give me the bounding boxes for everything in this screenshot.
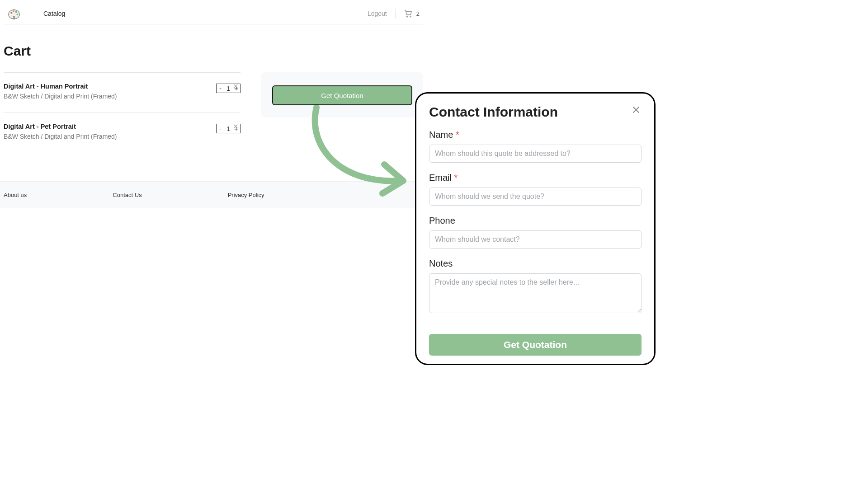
svg-point-4 bbox=[16, 14, 18, 15]
qty-value: 1 bbox=[224, 84, 232, 93]
qty-value: 1 bbox=[224, 124, 232, 133]
navbar: Catalog Logout 2 bbox=[4, 3, 423, 24]
name-input[interactable] bbox=[429, 145, 642, 163]
cart-link[interactable]: 2 bbox=[404, 9, 420, 18]
svg-point-3 bbox=[15, 11, 17, 13]
notes-label: Notes bbox=[429, 258, 642, 269]
item-info: Digital Art - Pet Portrait B&W Sketch / … bbox=[4, 123, 216, 140]
qty-decrease-button[interactable]: - bbox=[217, 84, 224, 93]
cart-icon bbox=[404, 9, 413, 18]
item-title: Digital Art - Pet Portrait bbox=[4, 123, 216, 130]
item-info: Digital Art - Human Portrait B&W Sketch … bbox=[4, 83, 216, 100]
remove-item-button[interactable]: ✕ bbox=[233, 123, 239, 130]
svg-point-5 bbox=[406, 16, 407, 17]
item-subtitle: B&W Sketch / Digital and Print (Framed) bbox=[4, 93, 216, 100]
required-marker: * bbox=[456, 130, 459, 140]
nav-catalog-link[interactable]: Catalog bbox=[43, 10, 65, 17]
svg-point-2 bbox=[13, 10, 14, 12]
nav-separator bbox=[395, 9, 396, 19]
logout-link[interactable]: Logout bbox=[368, 10, 387, 17]
footer-contact-link[interactable]: Contact Us bbox=[113, 192, 142, 198]
close-icon: ✕ bbox=[233, 82, 239, 90]
modal-title: Contact Information bbox=[429, 104, 558, 120]
cart-item: Digital Art - Pet Portrait B&W Sketch / … bbox=[4, 113, 241, 153]
item-subtitle: B&W Sketch / Digital and Print (Framed) bbox=[4, 133, 216, 140]
modal-close-button[interactable] bbox=[631, 104, 642, 117]
footer-privacy-link[interactable]: Privacy Policy bbox=[228, 192, 264, 198]
summary-box: Get Quotation bbox=[261, 72, 423, 117]
email-label: Email * bbox=[429, 173, 642, 183]
cart-item: Digital Art - Human Portrait B&W Sketch … bbox=[4, 73, 241, 113]
modal-header: Contact Information bbox=[429, 104, 642, 120]
nav-right: Logout 2 bbox=[368, 9, 420, 19]
name-label: Name * bbox=[429, 130, 642, 140]
remove-item-button[interactable]: ✕ bbox=[233, 83, 239, 89]
item-title: Digital Art - Human Portrait bbox=[4, 83, 216, 90]
svg-point-1 bbox=[10, 12, 12, 14]
footer: About us Contact Us Privacy Policy bbox=[0, 181, 423, 208]
cart-list: Digital Art - Human Portrait B&W Sketch … bbox=[4, 72, 241, 153]
phone-input[interactable] bbox=[429, 230, 642, 249]
footer-about-link[interactable]: About us bbox=[4, 192, 27, 198]
get-quotation-button[interactable]: Get Quotation bbox=[272, 85, 412, 105]
email-input[interactable] bbox=[429, 188, 642, 206]
page-title: Cart bbox=[4, 43, 423, 59]
qty-decrease-button[interactable]: - bbox=[217, 124, 224, 133]
name-field: Name * bbox=[429, 130, 642, 163]
svg-point-6 bbox=[410, 16, 411, 17]
contact-modal: Contact Information Name * Email * Phone… bbox=[415, 92, 656, 365]
email-field: Email * bbox=[429, 173, 642, 206]
cart-area: Digital Art - Human Portrait B&W Sketch … bbox=[4, 72, 423, 153]
phone-field: Phone bbox=[429, 216, 642, 249]
cart-count: 2 bbox=[416, 10, 420, 17]
notes-textarea[interactable] bbox=[429, 273, 642, 313]
submit-quotation-button[interactable]: Get Quotation bbox=[429, 334, 642, 356]
notes-field: Notes bbox=[429, 258, 642, 315]
page-shell: Catalog Logout 2 Cart Digit bbox=[0, 0, 423, 208]
app-logo[interactable] bbox=[7, 7, 21, 20]
phone-label: Phone bbox=[429, 216, 642, 226]
close-icon bbox=[632, 107, 640, 115]
required-marker: * bbox=[454, 173, 458, 183]
close-icon: ✕ bbox=[233, 122, 239, 130]
